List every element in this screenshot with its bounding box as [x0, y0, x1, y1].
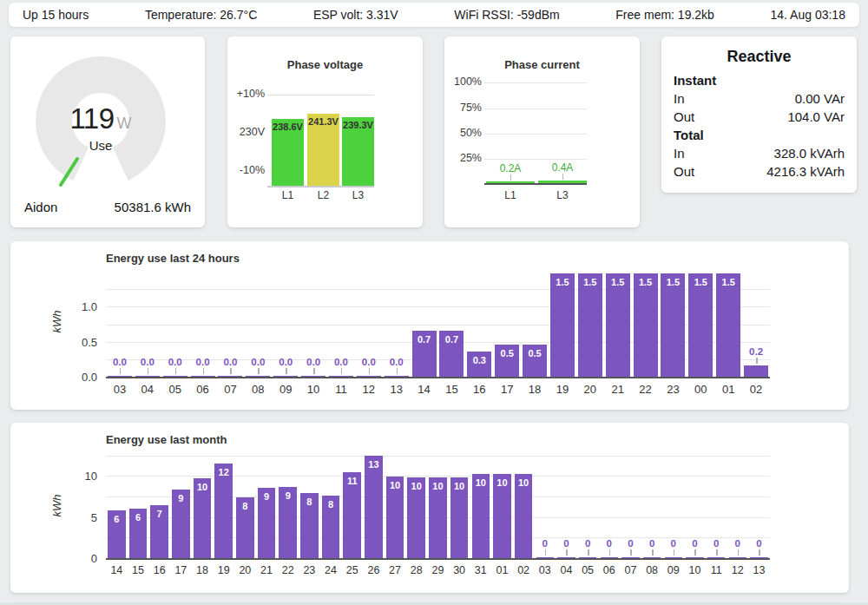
bar-value-label: 10 — [515, 477, 533, 488]
bar-label-tick — [341, 368, 343, 374]
chart-bar-slot: 0.2 — [742, 269, 770, 378]
bar-label-tick — [674, 549, 675, 556]
bar-value-label: 10 — [493, 477, 511, 488]
bar-label-tick — [759, 549, 760, 556]
chart-bar-slot: 6 — [106, 450, 128, 559]
gauge-value-row: 119W — [10, 102, 191, 135]
bar-value-label: 8 — [300, 496, 319, 507]
bar-value-label: 0.0 — [161, 357, 189, 367]
chart-bar: 1.5 — [606, 273, 630, 378]
bar-label-tick — [545, 549, 547, 556]
current-bar-label: 0.4A — [538, 161, 587, 174]
bar-value-label: 7 — [150, 509, 168, 519]
chart-xlabel: 10 — [684, 564, 706, 576]
bar-value-label: 10 — [386, 480, 404, 490]
chart-bar-slot: 10 — [192, 450, 214, 559]
current-xlabel: L1 — [486, 189, 535, 201]
chart-bar-slot: 1.5 — [576, 269, 604, 378]
current-bar — [538, 181, 587, 183]
reactive-row: Out 104.0 VAr — [674, 108, 845, 126]
chart-xlabel: 14 — [411, 383, 438, 396]
voltage-xlabel: L1 — [272, 189, 304, 201]
bar-label-tick — [738, 549, 740, 556]
chart-ytick: 0.5 — [64, 336, 97, 349]
chart-bar-slot: 1.5 — [549, 269, 576, 378]
energy-month-title: Energy use last month — [106, 433, 227, 446]
chart-xlabel: 11 — [706, 564, 727, 576]
chart-bar-slot: 12 — [213, 450, 234, 559]
bar-value-label: 1.5 — [634, 277, 658, 287]
energy-24h-title: Energy use last 24 hours — [106, 252, 240, 265]
esp-volt-text: ESP volt: 3.31V — [313, 8, 398, 22]
gauge-label: Use — [10, 138, 191, 153]
voltage-ytick: -10% — [227, 164, 265, 176]
chart-bar-slot: 8 — [320, 450, 342, 559]
chart-bar-slot: 0 — [662, 450, 684, 559]
chart-bar: 9 — [258, 488, 276, 559]
bar-label-tick — [397, 368, 398, 374]
chart-bars: 6679101289988111310101010101010000000000… — [106, 450, 770, 559]
chart-bars: 0.00.00.00.00.00.00.00.00.00.00.00.70.70… — [106, 269, 770, 378]
chart-bar-slot: 1.5 — [604, 269, 632, 378]
chart-xlabel: 20 — [234, 564, 256, 576]
chart-bar: 13 — [365, 456, 383, 559]
chart-bar: 8 — [300, 493, 319, 559]
phase-current-baseline — [484, 183, 587, 185]
reactive-section-instant: Instant — [674, 71, 845, 89]
chart-bar: 0.5 — [495, 345, 519, 378]
chart-xlabel: 05 — [161, 383, 189, 396]
bar-value-label: 0 — [641, 538, 663, 549]
bar-label-tick — [756, 358, 758, 364]
bar-value-label: 6 — [129, 512, 148, 523]
chart-xlabel: 04 — [134, 383, 161, 396]
bar-value-label: 0.2 — [742, 346, 770, 357]
bar-value-label: 0.0 — [217, 357, 245, 367]
chart-bar-slot: 9 — [256, 450, 278, 559]
chart-bar: 7 — [150, 505, 168, 559]
chart-bar-slot: 8 — [234, 450, 256, 559]
bar-label-tick — [286, 368, 287, 374]
bar-value-label: 0 — [706, 538, 727, 549]
chart-bar: 10 — [493, 474, 511, 559]
bar-value-label: 0.0 — [106, 357, 134, 367]
bar-value-label: 9 — [258, 491, 276, 502]
chart-bar-slot: 8 — [299, 450, 320, 559]
bar-value-label: 0 — [727, 538, 748, 549]
chart-bar-slot: 0.0 — [189, 269, 217, 378]
bar-label-tick — [120, 368, 122, 374]
chart-bar: 10 — [450, 477, 469, 559]
current-bar-label: 0.2A — [486, 162, 535, 174]
chart-bar-slot: 0.0 — [244, 269, 272, 378]
chart-xlabel: 22 — [277, 564, 299, 576]
chart-bar: 1.5 — [661, 273, 685, 378]
current-bar — [486, 181, 535, 183]
chart-bar-slot: 0.5 — [493, 269, 521, 378]
chart-ytick: 10 — [64, 470, 97, 483]
bar-label-tick — [566, 549, 568, 556]
chart-xlabel: 13 — [748, 564, 770, 576]
bar-value-label: 1.5 — [550, 277, 575, 287]
chart-bar-slot: 0 — [598, 450, 620, 559]
bar-label-tick — [175, 368, 177, 374]
reactive-row: In 328.0 kVArh — [674, 144, 845, 162]
voltage-bar-label: 239.3V — [342, 120, 374, 130]
power-gauge-card: 119W Use Aidon 50381.6 kWh — [10, 36, 205, 227]
chart-bar-slot: 0.3 — [465, 269, 493, 378]
current-gridline — [484, 134, 587, 135]
chart-xlabel: 13 — [383, 383, 411, 396]
chart-xlabel: 17 — [493, 383, 521, 396]
phase-current-card: Phase current 100%75%50%25% 0.2A0.4A L1L… — [444, 36, 640, 227]
bar-value-label: 1.5 — [716, 277, 740, 287]
voltage-xlabel: L2 — [307, 189, 339, 201]
chart-bar-slot: 13 — [363, 450, 385, 559]
bar-label-tick — [652, 549, 654, 556]
chart-xlabel: 25 — [341, 564, 363, 576]
chart-bar-slot: 0 — [684, 450, 706, 559]
chart-ytick: 0 — [64, 552, 97, 565]
total-energy: 50381.6 kWh — [115, 200, 191, 214]
bar-label-tick — [148, 368, 149, 374]
chart-bar-slot: 0.0 — [272, 269, 299, 378]
chart-bar: 10 — [515, 474, 533, 559]
chart-xlabel: 09 — [662, 564, 684, 576]
chart-xlabel: 19 — [549, 383, 576, 396]
